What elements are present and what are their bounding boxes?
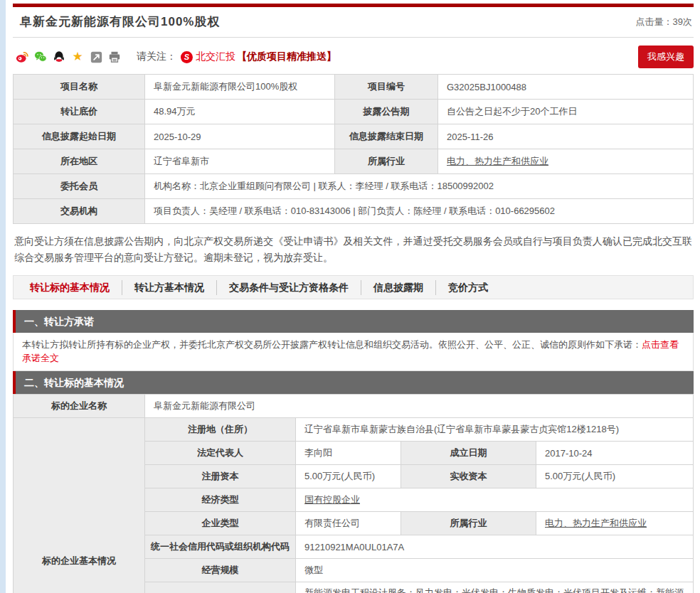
print-icon[interactable]: [108, 50, 121, 63]
label-announce-period: 披露公告期: [335, 100, 438, 124]
share-link-icon[interactable]: [90, 50, 102, 63]
bjht-brand-link[interactable]: 北交汇投: [196, 50, 235, 63]
weibo-icon[interactable]: [16, 50, 28, 63]
value-floor-price: 48.94万元: [145, 100, 335, 124]
tab-target-basics[interactable]: 转让标的基本情况: [18, 280, 122, 295]
value-project-code: G32025BJ1000488: [438, 75, 694, 100]
tab-transferor-basics[interactable]: 转让方基本情况: [122, 280, 216, 295]
label-established-date: 成立日期: [401, 442, 536, 465]
label-trading-institution: 交易机构: [14, 199, 145, 224]
section-title-commitment: 一、转让方承诺: [13, 310, 694, 333]
label-disclosure-start: 信息披露起始日期: [14, 124, 145, 149]
value-trading-institution: 项目负责人：吴经理 / 联系电话：010-83143006 | 部门负责人：陈经…: [145, 199, 694, 224]
label-credit-code: 统一社会信用代码或组织机构代码: [145, 535, 296, 559]
share-bar: ★ 请关注： S 北交汇投 【优质项目精准推送】 我感兴趣: [13, 47, 694, 67]
label-region: 所在地区: [14, 149, 145, 174]
tab-conditions[interactable]: 交易条件与受让方资格条件: [216, 280, 361, 295]
commitment-text: 本转让方拟转让所持有标的企业产权，并委托北京产权交易所公开披露产权转让信息和组织…: [22, 339, 642, 350]
label-business-scope: 经营范围: [145, 582, 296, 593]
value-project-name: 阜新金元新能源有限公司100%股权: [145, 75, 335, 100]
value-economic-type-link[interactable]: 国有控股企业: [296, 488, 694, 512]
header: 阜新金元新能源有限公司100%股权 点击量：39次: [13, 7, 694, 38]
label-industry: 所属行业: [401, 512, 536, 535]
interested-button[interactable]: 我感兴趣: [638, 46, 694, 68]
value-region: 辽宁省阜新市: [145, 149, 335, 174]
label-company-basics: 标的企业基本情况: [14, 418, 145, 593]
table-row: 转让底价 48.94万元 披露公告期 自公告之日起不少于20个工作日: [14, 100, 694, 124]
label-disclosure-end: 信息披露结束日期: [335, 124, 438, 149]
label-business-scale: 经营规模: [145, 559, 296, 582]
label-registered-address: 注册地（住所）: [145, 418, 296, 442]
target-company-table: 标的企业名称 阜新金元新能源有限公司 标的企业基本情况 注册地（住所） 辽宁省阜…: [13, 394, 694, 593]
value-entrusted-member: 机构名称：北京企业重组顾问有限公司 | 联系人：李经理 / 联系电话：18500…: [145, 174, 694, 199]
value-industry-link[interactable]: 电力、热力生产和供应业: [438, 149, 694, 174]
share-icons: ★: [16, 50, 121, 63]
value-paidin-capital: 5.00万元(人民币): [536, 465, 694, 488]
registration-notice: 意向受让方须在信息披露公告期内，向北京产权交易所递交《受让申请书》及相关文件，并…: [14, 233, 692, 266]
table-row: 标的企业名称 阜新金元新能源有限公司: [14, 395, 694, 418]
bjht-logo-icon[interactable]: S: [181, 51, 193, 63]
content: 阜新金元新能源有限公司100%股权 点击量：39次 ★: [6, 0, 700, 593]
value-disclosure-end: 2025-11-26: [438, 124, 694, 149]
qq-icon[interactable]: [53, 50, 65, 63]
label-legal-representative: 法定代表人: [145, 442, 296, 465]
table-row: 交易机构 项目负责人：吴经理 / 联系电话：010-83143006 | 部门负…: [14, 199, 694, 224]
page: 阜新金元新能源有限公司100%股权 点击量：39次 ★: [0, 0, 700, 593]
click-count: 点击量：39次: [636, 16, 692, 30]
value-disclosure-start: 2025-10-29: [145, 124, 335, 149]
value-registered-address: 辽宁省阜新市阜新蒙古族自治县(辽宁省阜新市阜蒙县蒙古贞宾馆12楼1218号): [296, 418, 694, 442]
label-project-name: 项目名称: [14, 75, 145, 100]
value-legal-representative: 李向阳: [296, 442, 401, 465]
section-title-target-basics: 二、转让标的基本情况: [13, 371, 694, 394]
value-business-scope: 新能源发电工程设计服务；风力发电；光伏发电；生物质发电；光伏项目开发及运维；新能…: [296, 582, 694, 593]
value-registered-capital: 5.00万元(人民币): [296, 465, 401, 488]
project-info-table: 项目名称 阜新金元新能源有限公司100%股权 项目编号 G32025BJ1000…: [13, 74, 694, 224]
label-entrusted-member: 委托会员: [14, 174, 145, 199]
favorite-star-icon[interactable]: ★: [71, 50, 84, 63]
label-paidin-capital: 实收资本: [401, 465, 536, 488]
page-title: 阜新金元新能源有限公司100%股权: [20, 14, 220, 30]
label-registered-capital: 注册资本: [145, 465, 296, 488]
wechat-icon[interactable]: [34, 50, 47, 63]
commitment-row: 本转让方拟转让所持有标的企业产权，并委托北京产权交易所公开披露产权转让信息和组织…: [13, 333, 694, 371]
table-row: 项目名称 阜新金元新能源有限公司100%股权 项目编号 G32025BJ1000…: [14, 75, 694, 100]
label-company-name: 标的企业名称: [14, 395, 145, 418]
follow-label: 请关注：: [137, 50, 176, 63]
value-company-name: 阜新金元新能源有限公司: [145, 395, 694, 418]
table-row: 标的企业基本情况 注册地（住所） 辽宁省阜新市阜新蒙古族自治县(辽宁省阜新市阜蒙…: [14, 418, 694, 442]
value-business-scale: 微型: [296, 559, 694, 582]
value-credit-code: 91210921MA0UL01A7A: [296, 535, 694, 559]
label-economic-type: 经济类型: [145, 488, 296, 512]
click-count-label: 点击量：: [636, 16, 673, 27]
section-title-text: 一、转让方承诺: [24, 316, 94, 327]
click-count-value: 39次: [673, 16, 692, 27]
follow-tagline: 【优质项目精准推送】: [237, 50, 336, 63]
tab-bidding-method[interactable]: 竞价方式: [435, 280, 500, 295]
value-announce-period: 自公告之日起不少于20个工作日: [438, 100, 694, 124]
table-row: 委托会员 机构名称：北京企业重组顾问有限公司 | 联系人：李经理 / 联系电话：…: [14, 174, 694, 199]
table-row: 所在地区 辽宁省阜新市 所属行业 电力、热力生产和供应业: [14, 149, 694, 174]
label-industry: 所属行业: [335, 149, 438, 174]
page-left-strip: [0, 0, 6, 593]
value-enterprise-type: 有限责任公司: [296, 512, 401, 535]
label-enterprise-type: 企业类型: [145, 512, 296, 535]
section-title-text: 二、转让标的基本情况: [24, 377, 124, 388]
section-tabbar: 转让标的基本情况 转让方基本情况 交易条件与受让方资格条件 信息披露期 竞价方式: [13, 275, 694, 299]
value-established-date: 2017-10-24: [536, 442, 694, 465]
label-project-code: 项目编号: [335, 75, 438, 100]
tab-disclosure-period[interactable]: 信息披露期: [361, 280, 435, 295]
label-floor-price: 转让底价: [14, 100, 145, 124]
value-industry-link[interactable]: 电力、热力生产和供应业: [536, 512, 694, 535]
table-row: 信息披露起始日期 2025-10-29 信息披露结束日期 2025-11-26: [14, 124, 694, 149]
